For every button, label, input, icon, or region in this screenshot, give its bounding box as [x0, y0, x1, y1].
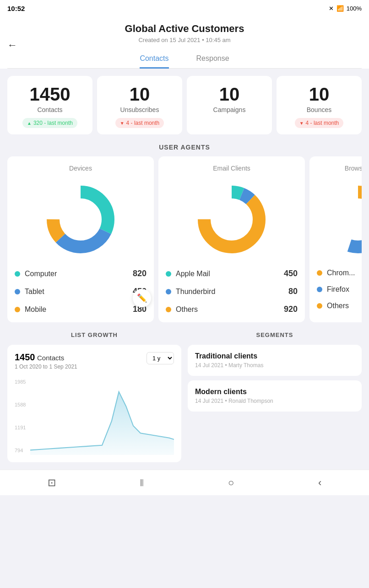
badge-arrow-contacts: ▲	[27, 121, 32, 126]
stat-label-campaigns: Campaigns	[213, 106, 246, 113]
agent-card-devices: Devices Computer 820	[7, 156, 154, 322]
status-time: 10:52	[7, 5, 25, 12]
devices-donut	[15, 178, 147, 261]
tab-contacts[interactable]: Contacts	[140, 50, 168, 69]
legend-mobile: Mobile 180	[15, 305, 147, 314]
value-apple-mail: 450	[284, 269, 298, 278]
badge-arrow-unsubscribes: ▼	[120, 121, 125, 126]
tabs: Contacts Response	[7, 50, 362, 69]
growth-chart: 1985 1588 1191 794	[15, 377, 174, 455]
chart-label-1588: 1588	[15, 402, 26, 407]
growth-contacts-info: 1450 Contacts 1 Oct 2020 to 1 Sep 2021	[15, 352, 77, 374]
period-select[interactable]: 1 y 6 m 3 m 1 m	[147, 352, 174, 364]
email-clients-title: Email Clients	[166, 165, 298, 172]
svg-point-10	[344, 206, 362, 233]
label-thunderbird: Thunderbird	[176, 288, 215, 296]
list-growth-card: 1450 Contacts 1 Oct 2020 to 1 Sep 2021 1…	[7, 345, 181, 462]
chart-label-1985: 1985	[15, 379, 26, 385]
label-mobile: Mobile	[25, 305, 46, 314]
legend-others-browser: Others	[317, 302, 362, 310]
nav-menu-icon[interactable]: ⦀	[140, 477, 144, 489]
stat-card-unsubscribes: 10 Unsubscribes ▼ 4 - last month	[97, 76, 182, 134]
browsers-donut	[317, 178, 362, 261]
dot-mobile	[15, 307, 20, 312]
badge-value-bounces: 4 - last month	[306, 120, 339, 126]
stat-number-contacts: 1450	[30, 84, 71, 104]
dot-others-browser	[317, 303, 322, 309]
legend-firefox: Firefox	[317, 285, 362, 294]
dot-firefox	[317, 287, 322, 292]
stat-number-bounces: 10	[309, 84, 330, 104]
browsers-legend: Chrom... Firefox Others	[317, 269, 362, 310]
agent-card-email-clients: Email Clients Apple Mail 450	[158, 156, 305, 322]
stat-number-unsubscribes: 10	[130, 84, 150, 104]
dot-tablet	[15, 289, 20, 294]
agent-card-browsers: Browsers Chrom...	[309, 156, 362, 322]
svg-point-7	[218, 206, 245, 233]
battery-icon: 100%	[347, 5, 362, 12]
stat-label-bounces: Bounces	[307, 106, 331, 113]
nav-gallery-icon[interactable]: ⊡	[48, 477, 56, 489]
legend-tablet: Tablet 450	[15, 287, 147, 296]
header: ← Global Active Customers Created on 15 …	[0, 16, 369, 69]
label-computer: Computer	[25, 270, 57, 278]
label-others-browser: Others	[327, 302, 349, 310]
dot-computer	[15, 271, 20, 277]
browsers-donut-svg	[317, 178, 362, 261]
chart-label-1191: 1191	[15, 425, 26, 430]
growth-header: 1450 Contacts 1 Oct 2020 to 1 Sep 2021 1…	[15, 352, 174, 374]
tab-response[interactable]: Response	[196, 50, 229, 69]
legend-others-email: Others 920	[166, 305, 298, 314]
user-agents-header: USER AGENTS	[7, 144, 362, 151]
label-others-email: Others	[176, 305, 198, 314]
devices-donut-svg	[39, 178, 122, 261]
edit-fab[interactable]: ✏️	[133, 289, 151, 307]
stat-card-bounces: 10 Bounces ▼ 4 - last month	[277, 76, 362, 134]
label-tablet: Tablet	[25, 288, 44, 296]
page-title: Global Active Customers	[7, 23, 362, 35]
stats-row: 1450 Contacts ▲ 320 - last month 10 Unsu…	[7, 76, 362, 134]
value-others-email: 920	[284, 305, 298, 314]
segment-card-modern[interactable]: Modern clients 14 Jul 2021 • Ronald Thom…	[188, 380, 362, 412]
growth-count-bold: 1450	[15, 352, 35, 362]
growth-contacts-count: 1450 Contacts	[15, 352, 77, 363]
back-button[interactable]: ←	[7, 39, 17, 51]
dot-others-email	[166, 307, 171, 312]
legend-computer: Computer 820	[15, 269, 147, 278]
value-thunderbird: 80	[288, 287, 298, 296]
label-chrome: Chrom...	[327, 269, 355, 277]
badge-arrow-bounces: ▼	[299, 121, 304, 126]
nav-back-icon[interactable]: ‹	[318, 477, 321, 489]
label-firefox: Firefox	[327, 285, 349, 294]
stat-label-contacts: Contacts	[37, 106, 62, 113]
email-legend: Apple Mail 450 Thunderbird 80 Others	[166, 269, 298, 314]
badge-value-unsubscribes: 4 - last month	[126, 120, 160, 126]
badge-value-contacts: 320 - last month	[33, 120, 73, 126]
bottom-sections: LIST GROWTH 1450 Contacts 1 Oct 2020 to …	[7, 331, 362, 462]
email-donut-svg	[190, 178, 273, 261]
stat-number-campaigns: 10	[219, 84, 240, 104]
growth-date-range: 1 Oct 2020 to 1 Sep 2021	[15, 363, 77, 370]
browsers-title: Browsers	[317, 165, 362, 172]
dot-thunderbird	[166, 289, 171, 294]
list-growth-section: LIST GROWTH 1450 Contacts 1 Oct 2020 to …	[7, 331, 181, 462]
svg-point-3	[67, 206, 94, 233]
signal-icon: ✕	[329, 5, 334, 12]
label-apple-mail: Apple Mail	[176, 270, 210, 278]
segment-card-traditional[interactable]: Traditional clients 14 Jul 2021 • Marty …	[188, 345, 362, 376]
segment-meta-modern: 14 Jul 2021 • Ronald Thompson	[195, 398, 354, 404]
legend-apple-mail: Apple Mail 450	[166, 269, 298, 278]
devices-legend: Computer 820 Tablet 450 Mobile	[15, 269, 147, 314]
stat-card-contacts: 1450 Contacts ▲ 320 - last month	[7, 76, 92, 134]
segment-name-traditional: Traditional clients	[195, 352, 354, 360]
growth-chart-svg	[30, 377, 174, 455]
growth-count-label: Contacts	[37, 354, 64, 362]
stat-card-campaigns: 10 Campaigns	[187, 76, 272, 134]
stat-label-unsubscribes: Unsubscribes	[120, 106, 159, 113]
chart-label-794: 794	[15, 448, 26, 453]
list-growth-title: LIST GROWTH	[7, 331, 181, 338]
nav-home-icon[interactable]: ○	[228, 477, 234, 489]
dot-chrome	[317, 270, 322, 276]
content: 1450 Contacts ▲ 320 - last month 10 Unsu…	[0, 69, 369, 470]
legend-chrome: Chrom...	[317, 269, 362, 277]
